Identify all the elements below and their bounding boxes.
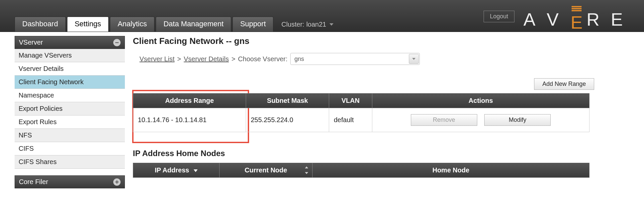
sidebar-item-client-facing-network[interactable]: Client Facing Network — [15, 76, 125, 89]
sort-desc-icon — [194, 169, 198, 172]
sidebar-item-cifs[interactable]: CIFS — [15, 142, 125, 155]
sidebar-section-core-filer[interactable]: Core Filer + — [15, 175, 125, 188]
col-ip-address-label: IP Address — [155, 166, 189, 174]
logo-letter: R — [587, 9, 607, 30]
brand-logo: A V E R E — [523, 6, 631, 33]
table-row: 10.1.14.76 - 10.1.14.81 255.255.224.0 de… — [133, 108, 590, 132]
logo-accent-bars-icon — [572, 6, 582, 11]
col-current-node-label: Current Node — [245, 166, 287, 174]
cell-actions: Remove Modify — [372, 108, 590, 132]
tab-analytics[interactable]: Analytics — [110, 17, 154, 32]
sidebar-item-manage-vservers[interactable]: Manage VServers — [15, 49, 125, 62]
col-actions: Actions — [372, 94, 590, 108]
col-subnet-mask[interactable]: Subnet Mask — [246, 94, 329, 108]
sidebar-item-cifs-shares[interactable]: CIFS Shares — [15, 155, 125, 169]
breadcrumb-vserver-list[interactable]: Vserver List — [139, 55, 175, 63]
remove-button[interactable]: Remove — [411, 114, 477, 126]
breadcrumb-vserver-details[interactable]: Vserver Details — [184, 55, 229, 63]
cluster-name: loan21 — [306, 21, 326, 28]
tab-data-management[interactable]: Data Management — [156, 17, 231, 32]
expand-icon[interactable]: + — [113, 178, 121, 186]
logo-letter: E — [611, 9, 631, 30]
logout-button[interactable]: Logout — [484, 11, 514, 22]
breadcrumb-sep: > — [231, 55, 235, 63]
sidebar-section-title: Core Filer — [19, 178, 48, 186]
vserver-select-value: gns — [295, 56, 304, 63]
tab-settings[interactable]: Settings — [67, 17, 109, 32]
sidebar-section-title: VServer — [19, 39, 43, 46]
col-home-node[interactable]: Home Node — [313, 163, 590, 178]
modify-button[interactable]: Modify — [484, 114, 551, 126]
main-tabs: Dashboard Settings Analytics Data Manage… — [15, 17, 333, 32]
breadcrumb: Vserver List > Vserver Details > Choose … — [139, 53, 631, 65]
cell-vlan: default — [329, 108, 372, 132]
address-range-table: Address Range Subnet Mask VLAN Actions 1… — [133, 93, 590, 132]
collapse-icon[interactable]: − — [113, 39, 121, 46]
sidebar-item-export-policies[interactable]: Export Policies — [15, 102, 125, 115]
add-new-range-button[interactable]: Add New Range — [534, 78, 594, 90]
col-home-node-label: Home Node — [432, 166, 469, 174]
logo-letter: V — [547, 9, 567, 30]
cell-subnet-mask: 255.255.224.0 — [246, 108, 329, 132]
col-current-node[interactable]: Current Node — [220, 163, 313, 178]
col-ip-address[interactable]: IP Address — [133, 163, 220, 178]
cluster-selector[interactable]: Cluster: loan21 — [281, 21, 333, 32]
vserver-select[interactable]: gns — [290, 53, 420, 65]
cluster-label-prefix: Cluster: — [281, 21, 304, 28]
cell-address-range: 10.1.14.76 - 10.1.14.81 — [133, 108, 246, 132]
ip-home-nodes-title: IP Address Home Nodes — [133, 149, 631, 158]
sidebar: VServer − Manage VServers Vserver Detail… — [15, 36, 125, 188]
home-nodes-table: IP Address Current Node Home Node — [133, 163, 590, 178]
page-title: Client Facing Network -- gns — [133, 36, 631, 46]
dropdown-button[interactable] — [409, 54, 419, 64]
tab-support[interactable]: Support — [232, 17, 273, 32]
sidebar-item-vserver-details[interactable]: Vserver Details — [15, 62, 125, 76]
breadcrumb-sep: > — [177, 55, 181, 63]
sidebar-item-nfs[interactable]: NFS — [15, 129, 125, 142]
choose-vserver-label: Choose Vserver: — [238, 55, 288, 63]
chevron-down-icon — [329, 23, 333, 26]
sidebar-item-export-rules[interactable]: Export Rules — [15, 115, 125, 129]
col-address-range[interactable]: Address Range — [133, 94, 246, 108]
logo-letter-e: E — [570, 6, 583, 33]
main-content: Client Facing Network -- gns Vserver Lis… — [133, 36, 644, 188]
col-vlan[interactable]: VLAN — [329, 94, 372, 108]
chevron-down-icon — [412, 58, 415, 60]
sidebar-section-vserver[interactable]: VServer − — [15, 36, 125, 49]
logo-letter: A — [523, 9, 543, 30]
sidebar-item-namespace[interactable]: Namespace — [15, 89, 125, 102]
tab-dashboard[interactable]: Dashboard — [15, 17, 66, 32]
app-header: Logout A V E R E Dashboard Settings Anal… — [0, 0, 644, 32]
